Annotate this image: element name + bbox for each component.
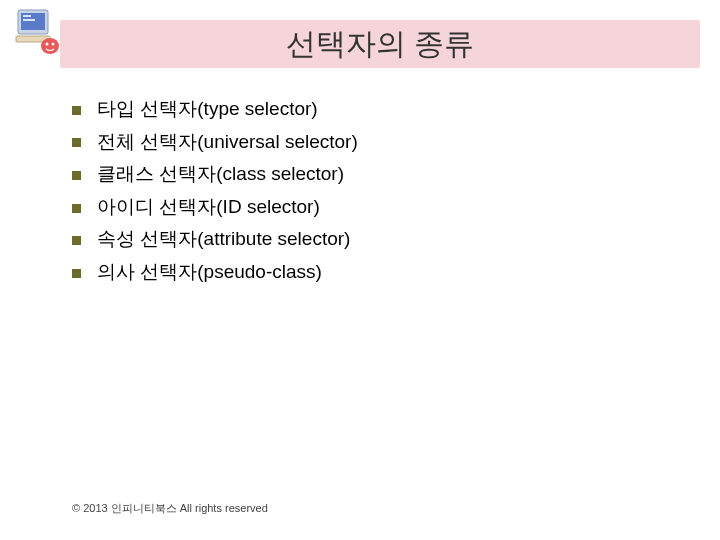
svg-rect-3	[23, 19, 35, 21]
bullet-text: 클래스 선택자(class selector)	[97, 161, 344, 188]
slide-container: 선택자의 종류 타입 선택자(type selector) 전체 선택자(uni…	[0, 0, 720, 540]
bullet-text: 속성 선택자(attribute selector)	[97, 226, 350, 253]
bullet-text: 타입 선택자(type selector)	[97, 96, 318, 123]
svg-point-5	[41, 38, 59, 54]
bullet-icon	[72, 171, 81, 180]
list-item: 의사 선택자(pseudo-class)	[72, 259, 680, 286]
logo-icon	[12, 6, 64, 58]
bullet-text: 아이디 선택자(ID selector)	[97, 194, 320, 221]
list-item: 클래스 선택자(class selector)	[72, 161, 680, 188]
footer-copyright: © 2013 인피니티북스 All rights reserved	[72, 501, 268, 516]
list-item: 속성 선택자(attribute selector)	[72, 226, 680, 253]
list-item: 아이디 선택자(ID selector)	[72, 194, 680, 221]
bullet-list: 타입 선택자(type selector) 전체 선택자(universal s…	[72, 96, 680, 292]
bullet-text: 의사 선택자(pseudo-class)	[97, 259, 322, 286]
bullet-icon	[72, 138, 81, 147]
list-item: 타입 선택자(type selector)	[72, 96, 680, 123]
slide-title: 선택자의 종류	[286, 24, 474, 65]
bullet-icon	[72, 236, 81, 245]
svg-rect-2	[23, 15, 31, 17]
svg-point-6	[46, 43, 49, 46]
bullet-text: 전체 선택자(universal selector)	[97, 129, 358, 156]
svg-point-7	[52, 43, 55, 46]
bullet-icon	[72, 269, 81, 278]
bullet-icon	[72, 204, 81, 213]
list-item: 전체 선택자(universal selector)	[72, 129, 680, 156]
bullet-icon	[72, 106, 81, 115]
title-bar: 선택자의 종류	[60, 20, 700, 68]
